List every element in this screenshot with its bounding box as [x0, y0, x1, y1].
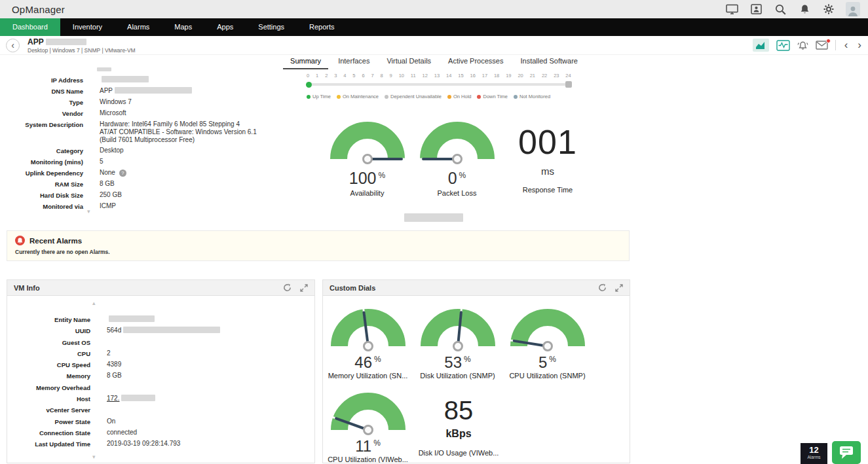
- gear-icon[interactable]: [821, 3, 836, 16]
- field-value: 8 GB: [100, 180, 257, 188]
- tab[interactable]: Active Processes: [441, 55, 510, 69]
- response-time-unit: ms: [502, 166, 594, 177]
- field-label: Vendor: [0, 109, 83, 118]
- gauge-dial: [502, 307, 592, 352]
- field-label: Power State: [7, 418, 90, 426]
- response-time-label: Response Time: [502, 186, 594, 194]
- tab[interactable]: Summary: [283, 55, 328, 69]
- nav-item[interactable]: Reports: [297, 18, 347, 36]
- vm-info-body: ▴ Entity Name UUID 564d Guest OS: [7, 296, 314, 462]
- field-label: Monitored via: [0, 202, 83, 211]
- field-value-text: Hardware: Intel64 Family 6 Model 85 Step…: [100, 120, 257, 143]
- refresh-icon[interactable]: [598, 283, 607, 292]
- disk-io-widget: 85 kBps Disk I/O Usage (VIWeb...: [413, 394, 504, 457]
- expand-icon[interactable]: [300, 284, 308, 292]
- field-value-text: ICMP: [100, 202, 116, 209]
- timeline-tick: 16: [470, 73, 475, 79]
- next-device-icon[interactable]: ›: [856, 39, 863, 52]
- gauge-label: Memory Utilization (SN...: [323, 372, 413, 380]
- gauge-value-line: 5%: [502, 355, 592, 370]
- field-value: [107, 384, 314, 392]
- timeline-tick: 13: [434, 73, 440, 79]
- search-icon[interactable]: [773, 3, 787, 16]
- device-details: IP Address DNS Name APP Type Windows 7 V…: [0, 76, 257, 213]
- nav-item[interactable]: Maps: [162, 18, 204, 36]
- help-icon[interactable]: ?: [119, 170, 126, 177]
- nav-item[interactable]: Inventory: [60, 18, 115, 36]
- field-label: DNS Name: [0, 87, 83, 96]
- gauge-dial: [323, 307, 413, 352]
- field-label: System Description: [0, 120, 83, 144]
- display-icon[interactable]: [725, 3, 739, 16]
- tab[interactable]: Interfaces: [331, 55, 377, 69]
- legend-item: Up Time: [307, 94, 331, 99]
- legend-dot: [307, 95, 311, 99]
- timeline-tick: 10: [399, 73, 404, 79]
- refresh-icon[interactable]: [283, 283, 292, 292]
- field-value-text: Windows 7: [100, 98, 132, 105]
- field-label: Memory: [7, 372, 90, 380]
- recent-alarms-panel: Recent Alarms Currently there are no ope…: [7, 230, 630, 261]
- scroll-down-icon[interactable]: ▾: [92, 454, 96, 460]
- nav-item[interactable]: Dashboard: [0, 18, 60, 36]
- detail-row: Monitoring (mins) 5: [0, 158, 257, 166]
- timeline-track[interactable]: [307, 83, 571, 86]
- prev-device-icon[interactable]: ‹: [843, 39, 850, 52]
- nav-item[interactable]: Alarms: [115, 18, 162, 36]
- field-value: [107, 406, 314, 414]
- timeline-tick: 3: [334, 73, 337, 79]
- field-value-text: 2019-03-19 09:28:14.793: [107, 440, 180, 447]
- timeline-tick: 8: [381, 73, 383, 79]
- gauge-dial: [412, 120, 502, 165]
- detail-row: UUID 564d: [7, 327, 314, 335]
- field-value-text: connected: [107, 429, 137, 436]
- field-label: Connection State: [7, 429, 90, 437]
- legend-label: On Hold: [453, 94, 472, 99]
- scroll-up-icon[interactable]: ▴: [92, 300, 96, 306]
- detail-row: Monitored via ICMP: [0, 202, 257, 211]
- detail-row: Last Updated Time 2019-03-19 09:28:14.79…: [7, 440, 314, 448]
- user-panel-icon[interactable]: [749, 3, 763, 16]
- gauge-dial: [413, 307, 502, 352]
- alarms-widget[interactable]: 12 Alarms: [801, 443, 827, 464]
- tab[interactable]: Installed Software: [513, 55, 584, 69]
- field-label: UUID: [7, 327, 90, 335]
- field-value-text: Desktop: [100, 147, 124, 154]
- bell-icon[interactable]: [797, 3, 812, 16]
- chat-icon[interactable]: [832, 441, 861, 464]
- recent-alarms-title: Recent Alarms: [29, 237, 82, 245]
- field-value-text: 8 GB: [100, 180, 115, 187]
- detail-row: Type Windows 7: [0, 98, 257, 107]
- nav-item[interactable]: Settings: [246, 18, 297, 36]
- field-value-text: Microsoft: [100, 109, 126, 116]
- expand-icon[interactable]: [615, 284, 623, 292]
- avatar-icon[interactable]: [846, 2, 860, 16]
- field-value[interactable]: 172.: [107, 395, 314, 403]
- area-chart-icon[interactable]: [753, 39, 769, 52]
- field-label: Category: [0, 147, 83, 155]
- tab[interactable]: Virtual Details: [379, 55, 438, 69]
- nav-item[interactable]: Apps: [204, 18, 246, 36]
- gauge: 5% CPU Utilization (SNMP): [502, 307, 592, 391]
- detail-row: Hard Disk Size 250 GB: [0, 191, 257, 200]
- field-label: Guest OS: [7, 338, 90, 347]
- gauge: 0% Packet Loss: [412, 120, 502, 197]
- divider: [835, 40, 836, 50]
- pulse-chart-icon[interactable]: [776, 40, 790, 51]
- field-value: On: [107, 418, 314, 426]
- field-value-text: 5: [100, 158, 104, 165]
- timeline-handle[interactable]: [565, 81, 572, 88]
- vm-info-rows: Entity Name UUID 564d Guest OS CP: [7, 315, 314, 448]
- legend-label: Dependent Unavailable: [390, 94, 442, 99]
- back-button[interactable]: ‹: [6, 39, 20, 52]
- panel-title: VM Info: [14, 284, 283, 292]
- alarm-bell-icon[interactable]: [797, 41, 808, 50]
- mail-icon[interactable]: [816, 41, 828, 50]
- field-label: RAM Size: [0, 180, 83, 188]
- gauge-dial: [323, 391, 413, 436]
- disk-io-value: 85: [413, 394, 504, 423]
- scroll-down-icon[interactable]: ▾: [87, 209, 90, 215]
- detail-row: Entity Name: [7, 315, 314, 324]
- detail-row: CPU Speed 4389: [7, 361, 314, 369]
- recent-alarms-header: Recent Alarms: [15, 236, 621, 245]
